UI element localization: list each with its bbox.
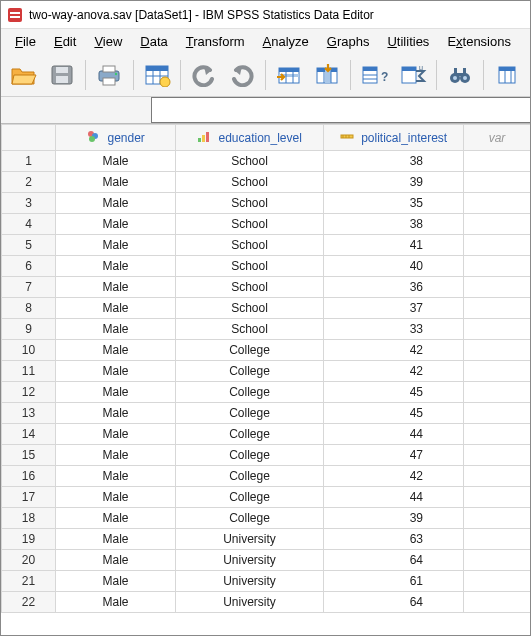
- menu-data[interactable]: Data: [132, 31, 175, 52]
- row-header[interactable]: 13: [2, 403, 56, 424]
- cell-empty[interactable]: [464, 529, 531, 550]
- data-grid[interactable]: gender education_level political_interes…: [1, 123, 530, 635]
- col-header-empty[interactable]: var: [464, 125, 531, 151]
- cell-education[interactable]: School: [176, 298, 324, 319]
- cell-education[interactable]: School: [176, 172, 324, 193]
- menu-analyze[interactable]: Analyze: [255, 31, 317, 52]
- cell-political[interactable]: 35: [324, 193, 464, 214]
- cell-political[interactable]: 41: [324, 235, 464, 256]
- goto-variable-button[interactable]: [310, 57, 344, 93]
- cell-political[interactable]: 38: [324, 151, 464, 172]
- cell-empty[interactable]: [464, 151, 531, 172]
- cell-empty[interactable]: [464, 571, 531, 592]
- cell-gender[interactable]: Male: [56, 382, 176, 403]
- row-header[interactable]: 9: [2, 319, 56, 340]
- cell-gender[interactable]: Male: [56, 277, 176, 298]
- cell-gender[interactable]: Male: [56, 403, 176, 424]
- cell-education[interactable]: College: [176, 403, 324, 424]
- cell-political[interactable]: 61: [324, 571, 464, 592]
- cell-gender[interactable]: Male: [56, 298, 176, 319]
- cell-education[interactable]: College: [176, 445, 324, 466]
- cell-political[interactable]: 47: [324, 445, 464, 466]
- cell-gender[interactable]: Male: [56, 466, 176, 487]
- row-header[interactable]: 20: [2, 550, 56, 571]
- row-header[interactable]: 14: [2, 424, 56, 445]
- cell-empty[interactable]: [464, 235, 531, 256]
- row-header[interactable]: 21: [2, 571, 56, 592]
- cell-political[interactable]: 44: [324, 424, 464, 445]
- cell-empty[interactable]: [464, 214, 531, 235]
- cell-gender[interactable]: Male: [56, 340, 176, 361]
- cell-education[interactable]: School: [176, 319, 324, 340]
- cell-empty[interactable]: [464, 172, 531, 193]
- print-button[interactable]: [92, 57, 126, 93]
- cell-empty[interactable]: [464, 403, 531, 424]
- insert-cases-button[interactable]: [490, 57, 524, 93]
- row-header[interactable]: 2: [2, 172, 56, 193]
- menu-file[interactable]: File: [7, 31, 44, 52]
- cell-empty[interactable]: [464, 277, 531, 298]
- cell-political[interactable]: 42: [324, 361, 464, 382]
- cell-education[interactable]: School: [176, 235, 324, 256]
- undo-button[interactable]: [187, 57, 221, 93]
- cell-education[interactable]: School: [176, 277, 324, 298]
- cell-empty[interactable]: [464, 445, 531, 466]
- cell-gender[interactable]: Male: [56, 172, 176, 193]
- cell-political[interactable]: 45: [324, 382, 464, 403]
- cell-education[interactable]: College: [176, 487, 324, 508]
- cell-empty[interactable]: [464, 193, 531, 214]
- cell-political[interactable]: 40: [324, 256, 464, 277]
- cell-education[interactable]: University: [176, 529, 324, 550]
- menu-edit[interactable]: Edit: [46, 31, 84, 52]
- cell-gender[interactable]: Male: [56, 529, 176, 550]
- cell-education[interactable]: University: [176, 550, 324, 571]
- cell-empty[interactable]: [464, 340, 531, 361]
- cell-gender[interactable]: Male: [56, 361, 176, 382]
- cell-empty[interactable]: [464, 361, 531, 382]
- menu-utilities[interactable]: Utilities: [379, 31, 437, 52]
- variables-button[interactable]: ?: [357, 57, 391, 93]
- cell-political[interactable]: 63: [324, 529, 464, 550]
- row-header[interactable]: 22: [2, 592, 56, 613]
- menu-transform[interactable]: Transform: [178, 31, 253, 52]
- cell-political[interactable]: 37: [324, 298, 464, 319]
- cell-education[interactable]: College: [176, 508, 324, 529]
- row-header[interactable]: 6: [2, 256, 56, 277]
- row-header[interactable]: 12: [2, 382, 56, 403]
- redo-button[interactable]: [225, 57, 259, 93]
- cell-political[interactable]: 33: [324, 319, 464, 340]
- cell-political[interactable]: 42: [324, 340, 464, 361]
- cell-gender[interactable]: Male: [56, 508, 176, 529]
- cell-political[interactable]: 64: [324, 550, 464, 571]
- row-header[interactable]: 15: [2, 445, 56, 466]
- cell-political[interactable]: 38: [324, 214, 464, 235]
- row-header[interactable]: 8: [2, 298, 56, 319]
- cell-empty[interactable]: [464, 424, 531, 445]
- menu-view[interactable]: View: [86, 31, 130, 52]
- row-header[interactable]: 3: [2, 193, 56, 214]
- row-header[interactable]: 19: [2, 529, 56, 550]
- cell-political[interactable]: 64: [324, 592, 464, 613]
- row-header[interactable]: 5: [2, 235, 56, 256]
- cell-political[interactable]: 42: [324, 466, 464, 487]
- cell-empty[interactable]: [464, 487, 531, 508]
- cell-education[interactable]: College: [176, 361, 324, 382]
- cell-gender[interactable]: Male: [56, 151, 176, 172]
- cell-gender[interactable]: Male: [56, 424, 176, 445]
- cell-education[interactable]: University: [176, 571, 324, 592]
- cell-gender[interactable]: Male: [56, 193, 176, 214]
- cell-empty[interactable]: [464, 550, 531, 571]
- row-header[interactable]: 7: [2, 277, 56, 298]
- row-header[interactable]: 11: [2, 361, 56, 382]
- find-button[interactable]: [443, 57, 477, 93]
- cell-empty[interactable]: [464, 298, 531, 319]
- cell-gender[interactable]: Male: [56, 487, 176, 508]
- col-header-gender[interactable]: gender: [56, 125, 176, 151]
- cell-political[interactable]: 39: [324, 508, 464, 529]
- cell-gender[interactable]: Male: [56, 445, 176, 466]
- cell-education[interactable]: College: [176, 382, 324, 403]
- cell-political[interactable]: 45: [324, 403, 464, 424]
- row-header[interactable]: 1: [2, 151, 56, 172]
- row-header[interactable]: 16: [2, 466, 56, 487]
- cell-gender[interactable]: Male: [56, 214, 176, 235]
